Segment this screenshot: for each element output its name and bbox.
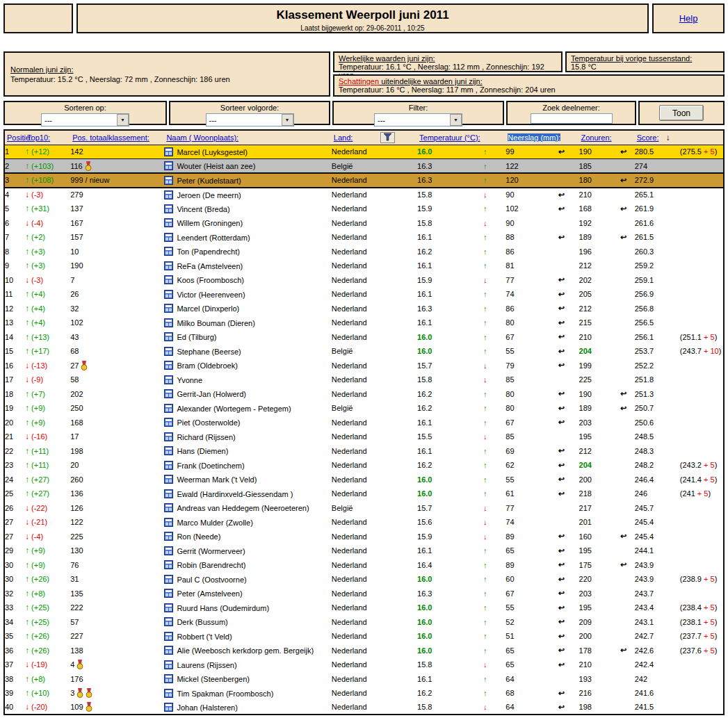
filter-select[interactable]: --- ▼ (374, 113, 462, 127)
name-cell: Bram (Oldebroek) (164, 359, 331, 373)
member-info-icon[interactable] (164, 361, 173, 370)
member-info-icon[interactable] (164, 603, 173, 612)
member-info-icon[interactable] (164, 689, 173, 698)
estimates-link[interactable]: Schattingen (339, 77, 379, 85)
member-info-icon[interactable] (164, 418, 173, 427)
member-info-icon[interactable] (164, 176, 173, 185)
member-info-icon[interactable] (164, 589, 173, 598)
member-info-icon[interactable] (164, 489, 173, 498)
member-info-icon[interactable] (164, 674, 173, 683)
sunhours-cell: 203 (579, 587, 613, 601)
precipitation-cell: 67 (505, 416, 544, 430)
column-zonuren[interactable]: Zonuren: (581, 133, 612, 142)
precipitation-adjusted-icon (544, 430, 579, 444)
top10-delta: (+26) (31, 632, 49, 640)
help-link[interactable]: Help (679, 13, 698, 24)
member-info-icon[interactable] (164, 646, 173, 655)
show-button[interactable]: Toon (659, 105, 704, 121)
country-cell: Nederland (332, 572, 417, 587)
column-pos-totaal[interactable]: Pos. totaalklassement: (72, 133, 149, 142)
temperature-cell: 16.1 (417, 544, 464, 558)
total-rank-value: 20 (70, 461, 79, 469)
member-info-icon[interactable] (164, 660, 173, 669)
column-naam[interactable]: Naam ( Woonplaats): (166, 133, 238, 142)
name-cell: Milko Bouman (Dieren) (164, 316, 331, 330)
medal-icon (81, 361, 88, 370)
member-info-icon[interactable] (164, 233, 173, 242)
precipitation-cell: 65 (505, 544, 544, 558)
total-rank-value: 227 (70, 632, 83, 640)
member-info-icon[interactable] (164, 617, 173, 626)
top10-delta: (-22) (31, 504, 47, 512)
filter-funnel-icon[interactable] (380, 132, 395, 143)
member-info-icon[interactable] (164, 632, 173, 641)
sunhours-adjusted-icon (613, 316, 635, 330)
member-info-icon[interactable] (164, 446, 173, 455)
participant-name: Derk (Bussum) (177, 618, 227, 626)
member-info-icon[interactable] (164, 432, 173, 441)
member-info-icon[interactable] (164, 204, 173, 213)
bonus-cell (680, 173, 724, 188)
member-info-icon[interactable] (164, 147, 173, 156)
sunhours-cell: 209 (579, 615, 613, 630)
top10-delta: (-21) (31, 518, 47, 526)
member-info-icon[interactable] (164, 318, 173, 327)
top10-trend-icon: ↑ (25, 418, 29, 427)
member-info-icon[interactable] (164, 404, 173, 413)
member-info-icon[interactable] (164, 290, 173, 299)
sort-order-select[interactable]: --- ▼ (206, 113, 294, 127)
score-cell: 246 (635, 487, 680, 501)
sunhours-adjusted-icon (613, 544, 635, 558)
member-info-icon[interactable] (164, 703, 173, 712)
sunhours-cell: 195 (579, 601, 613, 615)
name-cell: Ruurd Hans (Oudemirdum) (164, 601, 331, 615)
bonus-cell: (238.4 + 5) (680, 601, 724, 615)
position-cell: 7 (4, 230, 25, 245)
member-info-icon[interactable] (164, 546, 173, 555)
member-info-icon[interactable] (164, 461, 173, 470)
column-temperatuur[interactable]: Temperatuur (°C): (419, 133, 480, 142)
member-info-icon[interactable] (164, 218, 173, 227)
column-neerslag[interactable]: Neerslag (mm): (508, 133, 560, 142)
top10-change-cell: ↑(+8) (25, 587, 70, 601)
member-info-icon[interactable] (164, 375, 173, 384)
member-info-icon[interactable] (164, 332, 173, 341)
table-row: 33 ↑(+25) 222 Ruurd Hans (Oudemirdum) Ne… (4, 601, 724, 615)
temperature-trend-icon: ↑ (464, 487, 505, 501)
member-info-icon[interactable] (164, 161, 173, 170)
total-rank-value: 135 (70, 589, 83, 598)
top10-delta: (+103) (31, 162, 54, 170)
member-info-icon[interactable] (164, 389, 173, 398)
precipitation-adjusted-icon: ↩ (544, 615, 579, 630)
column-land[interactable]: Land: (334, 133, 353, 142)
sunhours-cell: 193 (579, 672, 613, 687)
score-cell: 246.4 (635, 473, 680, 487)
member-info-icon[interactable] (164, 503, 173, 512)
sort-order-box: Sorteer volgorde: --- ▼ (169, 101, 330, 125)
precipitation-cell: 90 (505, 188, 544, 202)
top10-delta: (-16) (31, 432, 47, 441)
member-info-icon[interactable] (164, 532, 173, 541)
member-info-icon[interactable] (164, 560, 173, 569)
search-input[interactable] (531, 113, 613, 124)
member-info-icon[interactable] (164, 518, 173, 527)
total-rank-value: 26 (70, 290, 79, 298)
member-info-icon[interactable] (164, 304, 173, 313)
member-info-icon[interactable] (164, 275, 173, 284)
temperature-cell: 16.3 (417, 159, 464, 174)
member-info-icon[interactable] (164, 575, 173, 584)
member-info-icon[interactable] (164, 347, 173, 356)
bonus-cell (680, 188, 724, 202)
column-score[interactable]: Score: (637, 133, 659, 142)
participant-name: Johan (Halsteren) (177, 703, 237, 712)
member-info-icon[interactable] (164, 190, 173, 199)
sunhours-cell: 225 (579, 373, 613, 387)
column-top10[interactable]: Top10: (27, 133, 50, 142)
sort-by-select[interactable]: --- ▼ (41, 113, 129, 127)
total-rank-cell: 227 (70, 629, 164, 644)
member-info-icon[interactable] (164, 475, 173, 484)
member-info-icon[interactable] (164, 247, 173, 256)
sunhours-adjusted-icon (613, 245, 635, 259)
temperature-cell: 16.1 (417, 259, 464, 273)
member-info-icon[interactable] (164, 261, 173, 270)
